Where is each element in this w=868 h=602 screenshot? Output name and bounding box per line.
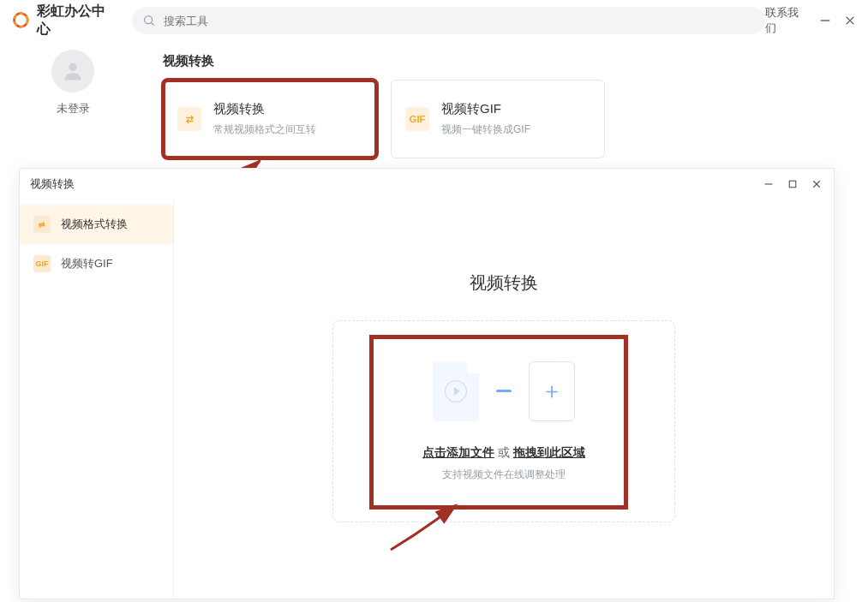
inner-sidebar: ⇄ 视频格式转换 GIF 视频转GIF bbox=[20, 200, 174, 600]
annotation-arrow-icon bbox=[380, 500, 475, 560]
drop-zone[interactable]: ＋ 点击添加文件或拖拽到此区域 支持视频文件在线调整处理 bbox=[332, 320, 675, 522]
app-logo-icon bbox=[12, 11, 30, 30]
gif-icon: GIF bbox=[405, 107, 429, 131]
search-icon bbox=[142, 14, 155, 27]
card-desc: 常规视频格式之间互转 bbox=[213, 122, 316, 137]
svg-point-8 bbox=[69, 63, 76, 71]
svg-line-4 bbox=[151, 23, 153, 26]
card-video-convert[interactable]: ⇄ 视频转换 常规视频格式之间互转 bbox=[163, 80, 377, 158]
app-root: 彩虹办公中心 联系我们 未登录 视频转换 ⇄ bbox=[0, 0, 868, 602]
search-box[interactable] bbox=[132, 7, 765, 34]
convert-icon: ⇄ bbox=[177, 107, 201, 131]
card-video-to-gif[interactable]: GIF 视频转GIF 视频一键转换成GIF bbox=[391, 80, 605, 158]
avatar[interactable] bbox=[51, 50, 94, 92]
sidebar-item-label: 视频转GIF bbox=[61, 256, 113, 271]
svg-rect-10 bbox=[789, 181, 796, 188]
search-input[interactable] bbox=[162, 14, 755, 28]
sidebar-item-format-convert[interactable]: ⇄ 视频格式转换 bbox=[20, 205, 173, 244]
login-status[interactable]: 未登录 bbox=[0, 101, 146, 116]
top-right-controls: 联系我们 bbox=[765, 5, 856, 36]
top-bar: 彩虹办公中心 联系我们 bbox=[0, 0, 868, 41]
inner-heading: 视频转换 bbox=[470, 271, 538, 295]
contact-us-link[interactable]: 联系我们 bbox=[765, 5, 806, 36]
sidebar-item-video-to-gif[interactable]: GIF 视频转GIF bbox=[20, 244, 173, 283]
card-title: 视频转换 bbox=[213, 101, 316, 117]
sidebar-item-label: 视频格式转换 bbox=[61, 217, 128, 232]
gif-icon: GIF bbox=[33, 255, 51, 272]
inner-maximize-button[interactable] bbox=[786, 177, 799, 191]
main-area: 视频转换 ⇄ 视频转换 常规视频格式之间互转 GIF 视频转GIF 视频一键转换… bbox=[163, 48, 859, 158]
user-panel: 未登录 bbox=[0, 41, 146, 116]
close-button[interactable] bbox=[843, 14, 856, 27]
card-row: ⇄ 视频转换 常规视频格式之间互转 GIF 视频转GIF 视频一键转换成GIF bbox=[163, 80, 859, 158]
annotation-highlight bbox=[369, 335, 628, 510]
convert-icon: ⇄ bbox=[33, 216, 51, 233]
svg-point-3 bbox=[144, 16, 152, 24]
inner-title-bar: 视频转换 bbox=[20, 169, 834, 200]
inner-main: 视频转换 ＋ 点击添加文件或拖拽到此区域 支持视频文件在线调整处理 bbox=[174, 200, 834, 600]
video-file-icon bbox=[433, 361, 479, 421]
card-title: 视频转GIF bbox=[441, 101, 530, 117]
inner-window-title: 视频转换 bbox=[30, 176, 75, 192]
card-desc: 视频一键转换成GIF bbox=[441, 122, 530, 137]
inner-close-button[interactable] bbox=[810, 177, 823, 191]
app-title: 彩虹办公中心 bbox=[37, 3, 115, 39]
minimize-button[interactable] bbox=[818, 14, 831, 27]
section-title: 视频转换 bbox=[163, 53, 859, 69]
inner-minimize-button[interactable] bbox=[762, 177, 775, 191]
